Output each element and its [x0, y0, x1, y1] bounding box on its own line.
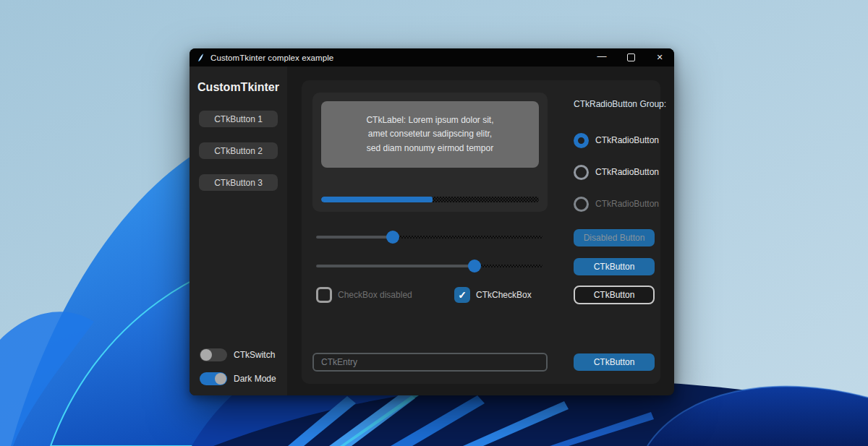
radio-button-3[interactable]: [574, 197, 589, 212]
content-panel: CTkLabel: Lorem ipsum dolor sit, amet co…: [302, 80, 660, 384]
info-frame: CTkLabel: Lorem ipsum dolor sit, amet co…: [312, 93, 548, 212]
switch-knob[interactable]: [200, 349, 212, 361]
window-body: CustomTkinter CTkButton 1 CTkButton 2 CT…: [190, 67, 674, 395]
ctk-checkbox[interactable]: ✓: [454, 287, 470, 303]
window-controls: — ✕: [587, 48, 674, 67]
main-area: CTkLabel: Lorem ipsum dolor sit, amet co…: [287, 67, 674, 395]
radio-label-1: CTkRadioButton: [595, 135, 659, 145]
sidebar-button-1[interactable]: CTkButton 1: [199, 111, 278, 127]
radio-button-2[interactable]: [574, 165, 589, 180]
ctk-button-outline[interactable]: CTkButton: [574, 286, 655, 304]
progressbar: [321, 197, 539, 202]
minimize-icon: —: [597, 51, 607, 61]
radio-row-3[interactable]: CTkRadioButton: [574, 196, 659, 212]
minimize-button[interactable]: —: [587, 48, 616, 67]
dark-mode-switch-row: Dark Mode: [200, 371, 276, 387]
slider-2-track[interactable]: [316, 265, 542, 267]
desktop: CustomTkinter complex example — ✕ Custom…: [0, 0, 868, 446]
radio-label-3: CTkRadioButton: [595, 199, 659, 209]
switch-knob[interactable]: [215, 373, 226, 385]
window-title: CustomTkinter complex example: [210, 53, 333, 62]
sidebar: CustomTkinter CTkButton 1 CTkButton 2 CT…: [190, 67, 287, 395]
radio-row-2[interactable]: CTkRadioButton: [574, 164, 659, 180]
app-icon: [196, 53, 205, 62]
radio-button-1[interactable]: [574, 133, 589, 148]
titlebar[interactable]: CustomTkinter complex example — ✕: [190, 48, 674, 67]
checkbox-disabled[interactable]: ✓: [316, 287, 332, 303]
radio-label-2: CTkRadioButton: [595, 167, 659, 177]
slider-1-knob[interactable]: [386, 231, 399, 244]
slider-1-track[interactable]: [316, 236, 542, 239]
radio-row-1[interactable]: CTkRadioButton: [574, 132, 659, 148]
ctk-checkbox-label: CTkCheckBox: [476, 290, 532, 300]
right-column: CTkRadioButton Group: CTkRadioButton CTk…: [574, 80, 655, 384]
disabled-button[interactable]: Disabled Button: [574, 229, 655, 246]
dark-mode-switch-label: Dark Mode: [234, 374, 276, 384]
close-button[interactable]: ✕: [645, 48, 674, 67]
ctk-switch-label: CTkSwitch: [234, 350, 275, 360]
dark-mode-switch[interactable]: [200, 372, 227, 385]
slider-2[interactable]: [316, 260, 542, 273]
checkbox-disabled-label: CheckBox disabled: [338, 290, 412, 300]
radio-group-label: CTkRadioButton Group:: [574, 99, 655, 109]
maximize-button[interactable]: [616, 48, 645, 67]
slider-1[interactable]: [316, 231, 542, 244]
sidebar-button-3[interactable]: CTkButton 3: [199, 174, 278, 191]
info-label: CTkLabel: Lorem ipsum dolor sit, amet co…: [321, 101, 539, 168]
ctk-button-primary[interactable]: CTkButton: [574, 258, 655, 275]
ctk-entry[interactable]: [312, 353, 548, 372]
ctk-switch[interactable]: [200, 348, 227, 361]
progressbar-fill: [321, 197, 433, 202]
slider-2-knob[interactable]: [468, 260, 481, 273]
sidebar-title: CustomTkinter: [190, 81, 287, 94]
maximize-icon: [627, 53, 635, 61]
check-icon: ✓: [458, 290, 467, 300]
slider-2-fill: [316, 265, 475, 267]
app-window: CustomTkinter complex example — ✕ Custom…: [190, 48, 674, 395]
sidebar-button-2[interactable]: CTkButton 2: [199, 142, 278, 159]
close-icon: ✕: [656, 53, 663, 62]
ctk-button-bottom[interactable]: CTkButton: [574, 353, 655, 371]
ctk-switch-row: CTkSwitch: [200, 347, 275, 363]
slider-1-fill: [316, 236, 393, 239]
